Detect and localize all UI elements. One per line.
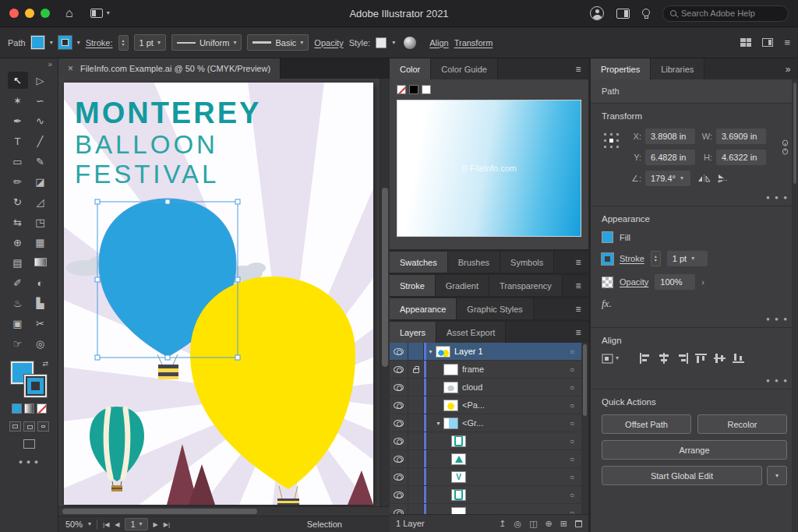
- home-icon[interactable]: ⌂: [65, 7, 73, 19]
- visibility-toggle[interactable]: [390, 486, 408, 503]
- zoom-window-button[interactable]: [41, 9, 50, 18]
- layer-row[interactable]: ○: [390, 486, 588, 504]
- curvature-tool[interactable]: ∿: [30, 112, 51, 129]
- mesh-tool[interactable]: ▤: [8, 254, 28, 271]
- none-chip[interactable]: [37, 403, 47, 414]
- draw-normal-icon[interactable]: [9, 421, 21, 432]
- flip-vertical-button[interactable]: [718, 173, 727, 184]
- magic-wand-tool[interactable]: ✶: [8, 92, 28, 109]
- horizontal-scrollbar[interactable]: [58, 506, 390, 516]
- layer-row[interactable]: ○: [390, 432, 588, 450]
- delete-icon[interactable]: [575, 520, 582, 527]
- start-global-edit-options-button[interactable]: ▾: [767, 466, 787, 485]
- new-layer-icon[interactable]: ⊞: [560, 520, 567, 528]
- target-icon[interactable]: ○: [565, 365, 579, 374]
- target-icon[interactable]: ○: [565, 401, 579, 410]
- visibility-toggle[interactable]: [390, 379, 408, 396]
- rectangle-tool[interactable]: ▭: [8, 153, 28, 170]
- tab-gradient[interactable]: Gradient: [436, 275, 489, 296]
- visibility-toggle[interactable]: [390, 432, 408, 449]
- align-top-icon[interactable]: [695, 353, 708, 364]
- start-global-edit-button[interactable]: Start Global Edit: [602, 466, 762, 485]
- tab-brushes[interactable]: Brushes: [448, 252, 500, 273]
- width-profile-dropdown[interactable]: Uniform ▾: [171, 34, 242, 51]
- artboard-tool[interactable]: ▣: [8, 315, 28, 332]
- target-icon[interactable]: ○: [565, 491, 579, 499]
- blend-tool[interactable]: ◐: [30, 274, 51, 291]
- swap-fill-stroke-icon[interactable]: ⇄: [42, 360, 48, 368]
- rotation-field[interactable]: 179.4° ▾: [645, 171, 690, 186]
- target-icon[interactable]: ○: [565, 347, 579, 356]
- layer-row[interactable]: frame○: [390, 361, 588, 379]
- lock-toggle[interactable]: [408, 468, 424, 485]
- tab-swatches[interactable]: Swatches: [390, 252, 448, 273]
- stroke-panel-link[interactable]: Stroke: [620, 254, 644, 263]
- target-icon[interactable]: ○: [565, 455, 579, 463]
- free-transform-tool[interactable]: ◳: [30, 213, 51, 231]
- lock-toggle[interactable]: [408, 343, 424, 360]
- tab-libraries[interactable]: Libraries: [651, 58, 704, 79]
- target-icon[interactable]: ○: [565, 509, 579, 515]
- layer-name[interactable]: <Pa...: [462, 400, 485, 410]
- w-field[interactable]: 3.6909 in: [716, 129, 766, 144]
- document-tab[interactable]: × FileInfo.com Example.ai @ 50 % (CMYK/P…: [58, 58, 281, 79]
- align-link[interactable]: Align: [429, 38, 448, 48]
- new-sublayer-icon[interactable]: ⊕: [546, 520, 553, 528]
- opacity-swatch[interactable]: [602, 277, 613, 288]
- stroke-color-swatch[interactable]: [58, 36, 72, 49]
- layer-row[interactable]: ▾Layer 1○: [390, 343, 588, 361]
- h-field[interactable]: 4.6322 in: [716, 150, 766, 165]
- share-screen-icon[interactable]: [616, 9, 630, 19]
- gradient-chip[interactable]: [24, 403, 34, 414]
- expander-icon[interactable]: ▾: [434, 420, 443, 427]
- clipping-mask-icon[interactable]: ◫: [529, 520, 537, 528]
- flip-horizontal-button[interactable]: [697, 174, 711, 183]
- tab-symbols[interactable]: Symbols: [500, 252, 554, 273]
- lasso-tool[interactable]: ∽: [30, 92, 51, 109]
- edit-toolbar-icon[interactable]: ● ● ●: [0, 458, 58, 466]
- first-artboard-icon[interactable]: |◀: [103, 521, 109, 528]
- reference-point-selector[interactable]: [602, 131, 620, 150]
- stroke-weight-dropdown[interactable]: 1 pt ▾: [667, 251, 708, 266]
- target-icon[interactable]: ○: [565, 419, 579, 428]
- gradient-tool[interactable]: [34, 258, 47, 266]
- visibility-toggle[interactable]: [390, 414, 408, 432]
- visibility-toggle[interactable]: [390, 468, 408, 485]
- column-graph-tool[interactable]: ▙: [30, 294, 51, 312]
- expander-icon[interactable]: ▾: [426, 348, 435, 355]
- more-options-button[interactable]: ● ● ●: [766, 377, 789, 384]
- pen-tool[interactable]: ✒: [8, 112, 28, 129]
- opacity-link[interactable]: Opacity: [314, 38, 343, 48]
- lock-toggle[interactable]: [408, 450, 424, 467]
- lock-toggle[interactable]: [408, 432, 424, 449]
- vertical-scrollbar[interactable]: [380, 79, 390, 506]
- target-icon[interactable]: ○: [565, 383, 579, 392]
- workspace-switcher[interactable]: ▾: [90, 9, 110, 18]
- effects-fx-icon[interactable]: fx.: [602, 298, 612, 310]
- panel-menu-icon[interactable]: ≡: [568, 322, 588, 343]
- panel-menu-icon[interactable]: ≡: [568, 58, 588, 79]
- stroke-weight-dropdown[interactable]: 1 pt ▾: [134, 34, 166, 51]
- eyedropper-tool[interactable]: ✐: [8, 274, 28, 291]
- shape-builder-tool[interactable]: ⊕: [8, 234, 28, 251]
- arrange-documents-icon[interactable]: [740, 38, 751, 47]
- layers-scrollbar[interactable]: [581, 343, 588, 514]
- visibility-toggle[interactable]: [390, 450, 408, 467]
- perspective-grid-tool[interactable]: ▦: [30, 234, 51, 251]
- expand-toolbar-icon[interactable]: »: [48, 60, 52, 69]
- align-right-icon[interactable]: [676, 353, 689, 364]
- panel-menu-icon[interactable]: ≡: [568, 298, 588, 319]
- panel-menu-icon[interactable]: ≡: [568, 275, 588, 296]
- align-center-horizontal-icon[interactable]: [658, 353, 670, 364]
- draw-inside-icon[interactable]: [37, 421, 49, 432]
- symbol-sprayer-tool[interactable]: ♨: [8, 294, 28, 312]
- layer-name[interactable]: <Gr...: [462, 418, 483, 428]
- visibility-toggle[interactable]: [390, 396, 408, 414]
- brush-definition-dropdown[interactable]: Basic ▾: [247, 34, 309, 51]
- x-field[interactable]: 3.8908 in: [645, 129, 695, 144]
- scale-tool[interactable]: ◿: [30, 193, 51, 210]
- fill-color-swatch[interactable]: [31, 36, 44, 49]
- zoom-tool[interactable]: ◎: [30, 335, 51, 352]
- align-bottom-icon[interactable]: [733, 353, 745, 364]
- next-artboard-icon[interactable]: ▶: [154, 521, 158, 528]
